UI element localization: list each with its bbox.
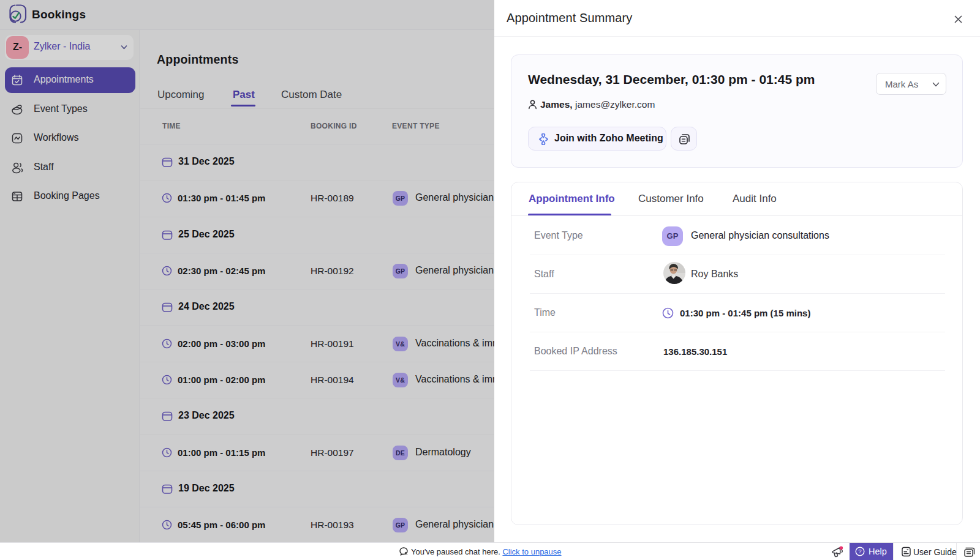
svg-text:?: ?	[858, 548, 861, 554]
